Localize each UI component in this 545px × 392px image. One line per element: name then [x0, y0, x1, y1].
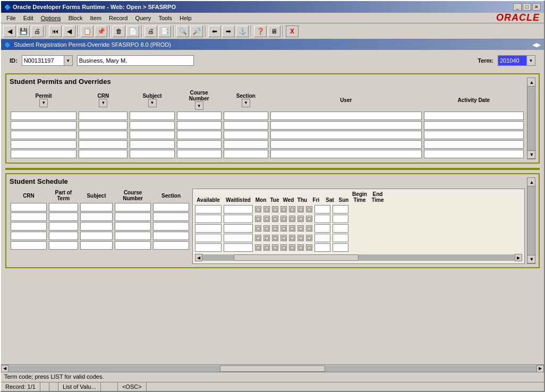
mon-checkbox[interactable]: □	[255, 225, 261, 232]
end-time-cell[interactable]	[333, 234, 348, 242]
list-of-values-btn[interactable]: List of Valu...	[58, 382, 101, 391]
crn-cell[interactable]	[79, 121, 127, 130]
subject-cell[interactable]	[130, 121, 174, 130]
thu-checkbox[interactable]: □	[280, 216, 287, 222]
permits-scroll-up[interactable]: ▲	[527, 78, 536, 87]
end-time-cell[interactable]	[333, 243, 348, 252]
sun-checkbox[interactable]: □	[306, 225, 312, 232]
tb-print-btn[interactable]: 🖨	[31, 25, 44, 37]
section-dropdown[interactable]: ▼	[224, 99, 268, 107]
tb-anchor-btn[interactable]: ⚓	[236, 25, 249, 37]
sat-checkbox[interactable]: □	[297, 244, 304, 251]
section-dropdown-btn[interactable]: ▼	[242, 99, 250, 107]
sched-sect-cell[interactable]	[153, 222, 189, 231]
menu-options[interactable]: Options	[38, 14, 64, 22]
activity-date-cell[interactable]	[424, 121, 524, 130]
tb-print3-btn[interactable]: 📑	[158, 25, 171, 37]
mon-checkbox[interactable]: □	[255, 206, 261, 212]
tb-doc-btn[interactable]: 📄	[126, 25, 139, 37]
activity-date-cell[interactable]	[424, 140, 524, 149]
id-input[interactable]	[22, 55, 64, 66]
tb-right-btn[interactable]: ➡	[222, 25, 235, 37]
waitlist-cell[interactable]	[224, 234, 253, 242]
menu-query[interactable]: Query	[132, 14, 154, 22]
thu-checkbox[interactable]: □	[280, 225, 287, 232]
sched-sect-cell[interactable]	[153, 232, 189, 240]
sched-course-cell[interactable]	[115, 222, 151, 231]
avail-cell[interactable]	[195, 205, 222, 214]
activity-date-cell[interactable]	[424, 150, 524, 158]
section-cell[interactable]	[224, 140, 268, 149]
sched-crn-cell[interactable]	[11, 203, 47, 211]
term-dropdown-btn[interactable]: ▼	[527, 55, 535, 66]
user-cell[interactable]	[270, 131, 422, 139]
course-num-cell[interactable]	[177, 140, 222, 149]
sat-checkbox[interactable]: □	[297, 216, 304, 222]
sched-crn-cell[interactable]	[11, 241, 47, 250]
activity-date-cell[interactable]	[424, 112, 524, 120]
tue-checkbox[interactable]: □	[263, 206, 270, 212]
sched-part-cell[interactable]	[49, 203, 78, 211]
tb-search-btn[interactable]: 🔍	[176, 25, 189, 37]
menu-edit[interactable]: Edit	[20, 14, 37, 22]
sched-course-cell[interactable]	[115, 232, 151, 240]
term-input[interactable]	[498, 55, 527, 66]
user-cell[interactable]	[270, 140, 422, 149]
crn-dropdown-btn[interactable]: ▼	[99, 99, 107, 107]
section-cell[interactable]	[224, 131, 268, 139]
close-button[interactable]: ✕	[532, 3, 541, 11]
crn-dropdown[interactable]: ▼	[79, 99, 127, 107]
id-dropdown-btn[interactable]: ▼	[64, 55, 73, 66]
sched-part-cell[interactable]	[49, 232, 78, 240]
fri-checkbox[interactable]: □	[289, 244, 295, 251]
sched-part-cell[interactable]	[49, 212, 78, 221]
minimize-button[interactable]: _	[513, 3, 522, 11]
tb-del-btn[interactable]: 🗑	[113, 25, 125, 37]
permit-cell[interactable]	[11, 150, 76, 158]
sched-crn-cell[interactable]	[11, 222, 47, 231]
crn-cell[interactable]	[79, 150, 127, 158]
thu-checkbox[interactable]: □	[280, 235, 287, 241]
main-scroll-right[interactable]: ▶	[537, 365, 544, 372]
crn-cell[interactable]	[79, 140, 127, 149]
sched-crn-cell[interactable]	[11, 232, 47, 240]
subject-cell[interactable]	[130, 150, 174, 158]
sched-crn-cell[interactable]	[11, 212, 47, 221]
waitlist-cell[interactable]	[224, 205, 253, 214]
thu-checkbox[interactable]: □	[280, 206, 287, 212]
crn-cell[interactable]	[79, 131, 127, 139]
sched-part-cell[interactable]	[49, 222, 78, 231]
sat-checkbox[interactable]: □	[297, 225, 304, 232]
fri-checkbox[interactable]: □	[289, 206, 295, 212]
menu-help[interactable]: Help	[176, 14, 195, 22]
schedule-scroll-down[interactable]: ▼	[527, 255, 536, 263]
tue-checkbox[interactable]: □	[263, 244, 270, 251]
sun-checkbox[interactable]: □	[306, 206, 312, 212]
sched-part-cell[interactable]	[49, 241, 78, 250]
sched-sect-cell[interactable]	[153, 212, 189, 221]
course-num-cell[interactable]	[177, 150, 222, 158]
course-num-cell[interactable]	[177, 121, 222, 130]
course-num-dropdown-btn[interactable]: ▼	[195, 101, 203, 110]
sched-course-cell[interactable]	[115, 241, 151, 250]
tb-copy-btn[interactable]: 📋	[81, 25, 93, 37]
wed-checkbox[interactable]: □	[272, 244, 278, 251]
tb-left-btn[interactable]: ⬅	[208, 25, 221, 37]
sun-checkbox[interactable]: □	[306, 244, 312, 251]
avail-cell[interactable]	[195, 224, 222, 233]
sched-sect-cell[interactable]	[153, 203, 189, 211]
permit-dropdown[interactable]: ▼	[11, 99, 76, 107]
menu-block[interactable]: Block	[65, 14, 86, 22]
main-scroll-left[interactable]: ◀	[1, 365, 8, 372]
tb-help-btn[interactable]: ❓	[254, 25, 267, 37]
tb-monitor-btn[interactable]: 🖥	[268, 25, 280, 37]
course-num-cell[interactable]	[177, 131, 222, 139]
avail-cell[interactable]	[195, 234, 222, 242]
sched-sect-cell[interactable]	[153, 241, 189, 250]
inner-scroll-thumb[interactable]	[234, 254, 359, 261]
form-close-icon[interactable]: ◀▶	[532, 41, 541, 48]
tb-print2-btn[interactable]: 🖨	[144, 25, 157, 37]
sat-checkbox[interactable]: □	[297, 206, 304, 212]
permit-cell[interactable]	[11, 131, 76, 139]
schedule-scroll-up[interactable]: ▲	[527, 178, 536, 186]
